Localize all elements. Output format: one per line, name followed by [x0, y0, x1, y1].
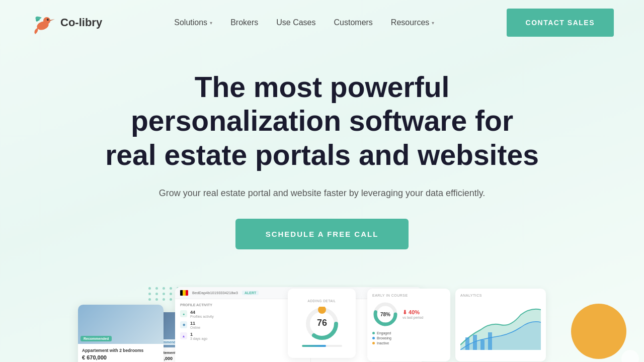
svg-rect-14 — [488, 332, 492, 350]
svg-rect-13 — [480, 340, 485, 350]
analytics-donut: 78% — [372, 301, 398, 327]
navbar: Co-libry Solutions ▾ Brokers Use Cases C… — [0, 0, 644, 45]
dashboard-id: BedDap4b10193334218w3 — [192, 291, 238, 295]
hero-title: The most powerful personalization softwa… — [103, 70, 541, 172]
prop-price-1: € 670,000 — [82, 354, 159, 360]
chevron-down-icon-2: ▾ — [432, 20, 434, 26]
white-circle-accent — [621, 350, 639, 362]
nav-use-cases[interactable]: Use Cases — [276, 18, 315, 27]
analytics-widget: EARLY IN COURSE 78% ⬇ 40% vs last period… — [367, 289, 450, 361]
contact-sales-button[interactable]: CONTACT SALES — [507, 9, 614, 37]
chevron-down-icon: ▾ — [210, 20, 212, 26]
stat-days-label: 3 days ago — [190, 337, 207, 340]
chart-title: Analytics — [460, 294, 541, 297]
stat-days: 1 — [190, 332, 207, 337]
dashboard-tag: ALERT — [242, 291, 259, 295]
svg-text:76: 76 — [316, 318, 327, 328]
svg-point-6 — [318, 307, 326, 314]
svg-rect-11 — [465, 337, 469, 350]
stat-online: 11 — [190, 321, 200, 326]
stat-profiles-label: Profiles activity — [190, 315, 214, 318]
logo-link[interactable]: Co-libry — [30, 9, 102, 37]
score-widget: ADDING DETAIL 76 — [288, 289, 356, 358]
score-donut-chart: 76 — [305, 307, 339, 341]
nav-brokers[interactable]: Brokers — [230, 18, 258, 27]
svg-text:78%: 78% — [380, 312, 390, 317]
gold-circle — [571, 304, 626, 359]
prop-title-1: Appartement with 2 bedrooms — [82, 348, 159, 353]
area-chart — [460, 300, 541, 350]
logo-icon — [30, 9, 55, 37]
nav-links: Solutions ▾ Brokers Use Cases Customers … — [174, 18, 434, 27]
svg-rect-12 — [473, 335, 477, 350]
nav-solutions[interactable]: Solutions ▾ — [174, 18, 212, 27]
nav-resources[interactable]: Resources ▾ — [391, 18, 434, 27]
prop-image-1: Recommended — [78, 305, 164, 344]
hero-subtitle: Grow your real estate portal and website… — [151, 186, 493, 201]
score-label: ADDING DETAIL — [308, 299, 336, 303]
property-card-1: Recommended Appartement with 2 bedrooms … — [78, 305, 164, 362]
stat-profiles: 44 — [190, 310, 214, 315]
chart-widget: Analytics — [455, 289, 546, 361]
svg-point-3 — [48, 19, 48, 20]
nav-customers[interactable]: Customers — [334, 18, 373, 27]
analytics-title: EARLY IN COURSE — [372, 294, 445, 297]
svg-point-2 — [47, 19, 49, 21]
hero-section: The most powerful personalization softwa… — [0, 45, 644, 285]
dashboard-preview: Recommended Appartement with 2 bedrooms … — [0, 285, 644, 362]
stat-online-label: Online — [190, 326, 200, 329]
logo-text: Co-libry — [60, 16, 102, 29]
prop-badge-1: Recommended — [80, 336, 112, 341]
svg-point-1 — [43, 17, 50, 24]
schedule-call-button[interactable]: SCHEDULE A FREE CALL — [235, 219, 409, 249]
